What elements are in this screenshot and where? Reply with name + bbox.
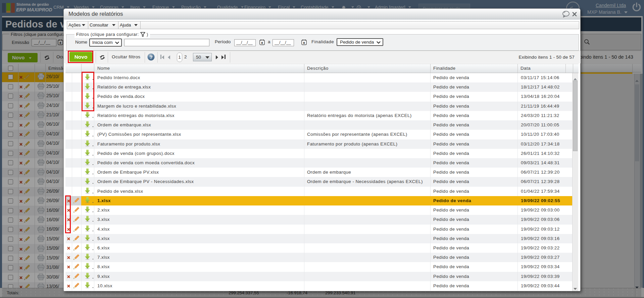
svg-text:8: 8 <box>261 41 263 45</box>
svg-text:8: 8 <box>303 41 305 45</box>
svg-text:?: ? <box>149 54 152 60</box>
